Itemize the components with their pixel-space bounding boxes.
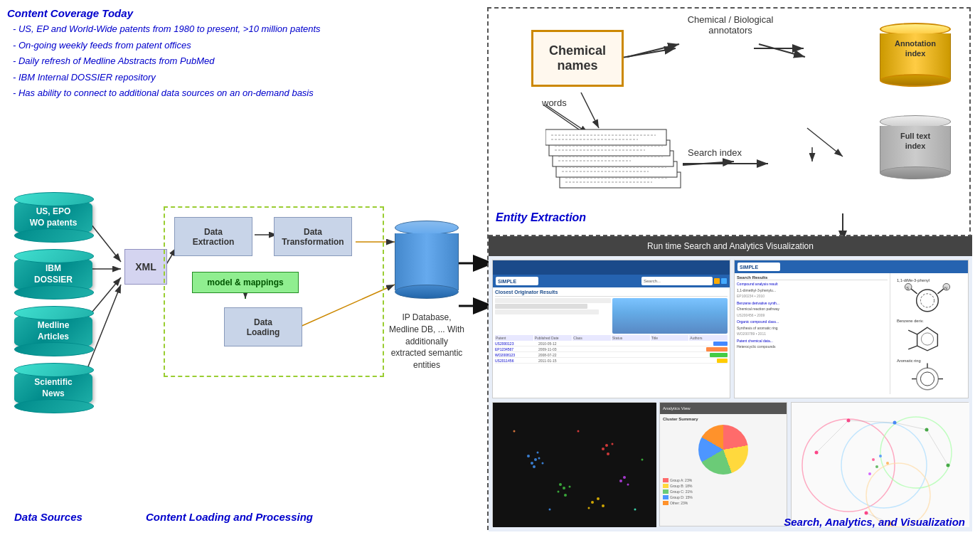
bullet-2: - On-going weekly feeds from patent offi… [13, 38, 469, 53]
svg-point-63 [534, 458, 537, 461]
datasource-ibm-label: IBMDOSSIER [34, 263, 73, 285]
viz-screenshot-cluster [492, 402, 656, 526]
datasource-news-label: ScientificNews [34, 377, 72, 399]
viz-screenshot-molecules: SIMPLE Search Results Compound analysis … [734, 260, 969, 398]
datasource-patents-label: US, EPOWO patents [30, 206, 78, 228]
svg-line-45 [910, 288, 917, 294]
svg-rect-31 [545, 129, 666, 145]
bullet-1: - US, EP and World-Wide patents from 198… [13, 22, 469, 36]
svg-point-90 [641, 459, 644, 461]
chemical-names-label: Chemicalnames [549, 43, 606, 73]
svg-point-57 [917, 369, 939, 391]
svg-point-77 [612, 443, 614, 445]
data-transformation-label: DataTransformation [282, 227, 343, 247]
viz-header: Run time Search and Analytics Visualizat… [489, 236, 972, 256]
svg-line-48 [937, 288, 944, 294]
svg-text:Aromatic ring: Aromatic ring [897, 359, 921, 363]
bio-annotators-label: Chemical / Biological annotators [666, 14, 794, 36]
bullet-5: - Has ability to connect to additional d… [13, 86, 469, 100]
xml-box: XML [124, 249, 167, 285]
search-index-label: Search index [688, 147, 742, 158]
svg-point-69 [537, 452, 539, 454]
left-panel: Content Coverage Today - US, EP and Worl… [7, 7, 476, 530]
bullet-3: - Daily refresh of Medline Abstracts fro… [13, 54, 469, 68]
svg-line-55 [908, 346, 917, 349]
svg-text:S: S [906, 286, 909, 290]
svg-point-44 [920, 294, 934, 307]
data-extraction-box: DataExtraction [174, 217, 252, 256]
model-mappings-box: model & mappings [192, 272, 299, 293]
ip-database-label: IP Database, Medline DB, ... With additi… [388, 312, 466, 371]
svg-text:1,1-diMe-3-phenyl: 1,1-diMe-3-phenyl [897, 278, 930, 282]
svg-point-86 [513, 430, 516, 433]
svg-point-88 [577, 430, 580, 433]
svg-line-21 [627, 44, 679, 57]
svg-point-111 [886, 462, 889, 465]
svg-point-66 [533, 465, 536, 468]
entity-extraction-label: Entity Extraction [496, 211, 586, 224]
svg-point-71 [559, 483, 562, 486]
coverage-title: Content Coverage Today [7, 7, 469, 19]
svg-point-70 [563, 487, 565, 489]
svg-point-76 [602, 448, 604, 450]
annotation-index-cylinder: Annotationindex [880, 23, 951, 87]
bullet-4: - IBM Internal DOSSIER repository [13, 70, 469, 85]
svg-rect-91 [792, 403, 969, 527]
svg-point-67 [542, 462, 544, 465]
svg-point-110 [875, 465, 878, 468]
annotation-index-label: Annotationindex [880, 38, 951, 59]
svg-point-89 [549, 509, 551, 511]
data-sources-label: Data Sources [14, 511, 82, 523]
svg-point-80 [597, 497, 600, 500]
words-label: words [542, 97, 567, 108]
svg-point-74 [558, 491, 560, 493]
viz-content: SIMPLE Search... Closest Originator Resu… [489, 256, 972, 531]
svg-line-22 [759, 44, 805, 57]
svg-point-109 [879, 455, 882, 457]
svg-point-72 [569, 486, 571, 488]
viz-screenshot-network [791, 402, 969, 526]
data-transformation-box: DataTransformation [274, 217, 352, 256]
chemical-names-box: Chemicalnames [531, 30, 624, 87]
fulltext-index-cylinder: Full textindex [880, 115, 951, 179]
svg-text:Benzene deriv.: Benzene deriv. [897, 318, 924, 322]
datasource-ibm: IBMDOSSIER [14, 255, 92, 294]
svg-marker-52 [917, 327, 938, 351]
data-loading-label: DataLoading [247, 317, 280, 337]
datasource-news: ScientificNews [14, 369, 92, 408]
datasource-medline-label: MedlineArticles [38, 320, 70, 342]
svg-point-53 [921, 333, 933, 345]
svg-point-68 [527, 455, 530, 457]
svg-point-43 [917, 290, 939, 312]
svg-point-85 [627, 484, 629, 486]
svg-point-83 [619, 480, 622, 482]
svg-point-81 [588, 507, 590, 509]
svg-point-78 [607, 452, 609, 455]
datasource-medline: MedlineArticles [14, 312, 92, 351]
svg-point-65 [538, 457, 540, 460]
svg-point-79 [591, 501, 594, 504]
svg-point-84 [623, 476, 626, 479]
svg-line-54 [908, 330, 917, 334]
data-loading-box: DataLoading [224, 307, 302, 346]
stacked-pages [545, 115, 688, 208]
svg-point-73 [564, 494, 567, 497]
viz-screenshot-search: SIMPLE Search... Closest Originator Resu… [492, 260, 730, 398]
datasource-patents: US, EPOWO patents [14, 198, 92, 237]
entity-extraction-section: Chemicalnames Chemical / Biological anno… [489, 9, 972, 236]
data-extraction-label: DataExtraction [193, 227, 235, 247]
content-loading-label: Content Loading and Processing [146, 511, 313, 523]
svg-point-112 [868, 472, 871, 475]
svg-point-64 [531, 462, 533, 465]
svg-point-87 [634, 509, 637, 511]
ip-database-cylinder [395, 221, 459, 299]
coverage-section: Content Coverage Today - US, EP and Worl… [7, 7, 469, 102]
fulltext-index-label: Full textindex [880, 131, 951, 152]
svg-point-108 [872, 458, 875, 461]
svg-rect-62 [493, 403, 656, 527]
svg-point-82 [602, 504, 604, 507]
viz-section-label: Search, Analytics, and Visualization [784, 516, 965, 528]
svg-point-75 [605, 444, 608, 447]
svg-point-58 [920, 372, 934, 386]
coverage-list: - US, EP and World-Wide patents from 198… [7, 22, 469, 100]
